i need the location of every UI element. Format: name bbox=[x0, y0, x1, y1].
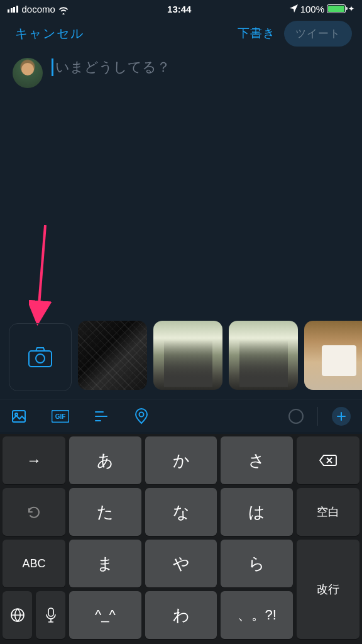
key-a[interactable]: あ bbox=[69, 436, 141, 484]
key-abc[interactable]: ABC bbox=[3, 540, 65, 587]
cancel-button[interactable]: キャンセル bbox=[15, 25, 84, 42]
key-ra[interactable]: ら bbox=[221, 540, 293, 587]
poll-icon[interactable] bbox=[94, 409, 109, 423]
svg-point-2 bbox=[36, 354, 45, 363]
svg-point-7 bbox=[140, 413, 144, 417]
location-icon[interactable] bbox=[134, 408, 148, 425]
compose-input[interactable]: いまどうしてる？ bbox=[52, 58, 170, 77]
key-punct[interactable]: 、。?! bbox=[221, 591, 293, 639]
key-ta[interactable]: た bbox=[69, 488, 141, 536]
key-ya[interactable]: や bbox=[145, 540, 217, 587]
key-ka[interactable]: か bbox=[145, 436, 217, 484]
photo-thumbnail[interactable] bbox=[229, 321, 298, 390]
key-emoji[interactable]: ^_^ bbox=[69, 591, 141, 639]
svg-rect-1 bbox=[29, 351, 52, 367]
divider bbox=[317, 407, 318, 426]
draft-button[interactable]: 下書き bbox=[238, 25, 275, 42]
wifi-icon bbox=[58, 3, 69, 14]
compose-toolbar: GIF bbox=[0, 399, 362, 433]
key-next[interactable]: → bbox=[3, 436, 65, 484]
key-mic[interactable] bbox=[36, 591, 65, 639]
photo-thumbnail[interactable] bbox=[78, 321, 147, 390]
compose-area: いまどうしてる？ bbox=[0, 49, 362, 97]
charging-icon: ✦ bbox=[348, 4, 354, 13]
photo-thumbnail[interactable] bbox=[153, 321, 222, 390]
key-na[interactable]: な bbox=[145, 488, 217, 536]
text-cursor bbox=[52, 58, 53, 76]
key-globe[interactable] bbox=[3, 591, 32, 639]
carrier-label: docomo bbox=[22, 4, 55, 14]
annotation-arrow bbox=[29, 225, 54, 326]
signal-icon bbox=[8, 6, 18, 13]
key-ha[interactable]: は bbox=[221, 488, 293, 536]
svg-rect-9 bbox=[48, 608, 53, 616]
location-icon bbox=[290, 4, 298, 14]
compose-placeholder: いまどうしてる？ bbox=[55, 58, 170, 77]
avatar[interactable] bbox=[13, 58, 43, 88]
key-wa[interactable]: わ bbox=[145, 591, 217, 639]
photo-strip bbox=[0, 321, 362, 395]
compose-nav: キャンセル 下書き ツイート bbox=[0, 18, 362, 49]
battery-pct: 100% bbox=[300, 4, 324, 14]
add-thread-button[interactable] bbox=[332, 407, 351, 426]
svg-text:GIF: GIF bbox=[55, 413, 66, 420]
gif-icon[interactable]: GIF bbox=[52, 410, 69, 423]
key-undo[interactable] bbox=[3, 488, 65, 536]
key-space[interactable]: 空白 bbox=[297, 488, 359, 536]
key-ma[interactable]: ま bbox=[69, 540, 141, 587]
svg-line-0 bbox=[38, 225, 45, 313]
clock: 13:44 bbox=[167, 4, 191, 14]
key-return[interactable]: 改行 bbox=[297, 540, 359, 639]
status-bar: docomo 13:44 100% ✦ bbox=[0, 0, 362, 18]
image-icon[interactable] bbox=[11, 409, 26, 424]
camera-button[interactable] bbox=[9, 323, 72, 391]
battery-icon bbox=[327, 4, 346, 13]
keyboard: → あ か さ た な は 空白 ABC ま ^_^ や わ ら 、。?! bbox=[0, 434, 362, 644]
svg-rect-3 bbox=[13, 411, 25, 422]
key-sa[interactable]: さ bbox=[221, 436, 293, 484]
char-count-circle bbox=[288, 409, 304, 424]
photo-thumbnail[interactable] bbox=[304, 321, 362, 390]
tweet-button[interactable]: ツイート bbox=[284, 21, 352, 47]
key-backspace[interactable] bbox=[297, 436, 359, 484]
